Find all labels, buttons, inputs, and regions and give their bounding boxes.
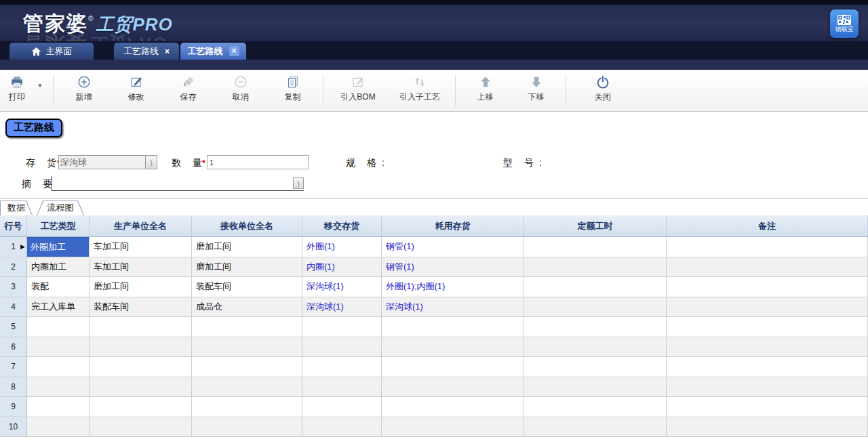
- inventory-input[interactable]: [59, 156, 145, 169]
- table-cell[interactable]: [302, 317, 382, 337]
- table-cell[interactable]: [524, 357, 667, 377]
- add-button[interactable]: 新增: [58, 70, 110, 111]
- table-cell[interactable]: 外圈(1);内圈(1): [382, 277, 524, 297]
- table-cell[interactable]: [90, 397, 192, 417]
- lookup-icon[interactable]: ): [145, 156, 157, 169]
- edit-button[interactable]: 修改: [110, 70, 162, 111]
- table-cell[interactable]: 成品仓: [192, 297, 302, 318]
- table-cell[interactable]: 磨加工间: [192, 257, 302, 278]
- row-number-cell[interactable]: 3: [0, 277, 27, 297]
- table-cell[interactable]: [667, 417, 868, 438]
- table-cell[interactable]: [27, 397, 90, 417]
- table-cell[interactable]: [90, 357, 192, 377]
- table-cell[interactable]: 装配: [27, 277, 90, 297]
- table-cell[interactable]: 外圈加工: [27, 237, 90, 257]
- move-up-button[interactable]: 上移: [460, 70, 511, 111]
- table-cell[interactable]: [524, 277, 667, 297]
- table-cell[interactable]: [90, 377, 192, 398]
- table-cell[interactable]: [667, 397, 868, 417]
- table-cell[interactable]: [524, 337, 667, 358]
- table-cell[interactable]: [524, 257, 667, 278]
- table-cell[interactable]: [667, 237, 868, 257]
- lookup-icon[interactable]: ): [293, 177, 304, 189]
- table-cell[interactable]: 深沟球(1): [302, 277, 382, 297]
- table-cell[interactable]: [524, 397, 667, 417]
- table-cell[interactable]: [382, 337, 524, 358]
- quantity-input[interactable]: [208, 156, 308, 169]
- table-cell[interactable]: [667, 377, 868, 398]
- table-cell[interactable]: 深沟球(1): [382, 297, 524, 318]
- table-cell[interactable]: 钢管(1): [382, 257, 524, 278]
- table-cell[interactable]: [27, 317, 90, 337]
- subtab-flowchart[interactable]: 流程图: [37, 201, 84, 215]
- table-cell[interactable]: [302, 417, 382, 438]
- table-cell[interactable]: [524, 377, 667, 398]
- close-button[interactable]: 关闭: [570, 70, 635, 111]
- table-cell[interactable]: [667, 317, 868, 337]
- table-cell[interactable]: 内圈加工: [27, 257, 90, 278]
- table-cell[interactable]: [192, 337, 302, 358]
- table-cell[interactable]: [192, 317, 302, 337]
- table-cell[interactable]: [382, 417, 524, 438]
- print-button[interactable]: 打印: [3, 70, 31, 111]
- table-cell[interactable]: 外圈(1): [302, 237, 382, 257]
- table-cell[interactable]: 内圈(1): [302, 257, 382, 278]
- table-cell[interactable]: [382, 377, 524, 398]
- table-cell[interactable]: [27, 337, 90, 358]
- table-cell[interactable]: 车加工间: [90, 237, 192, 257]
- row-number-cell[interactable]: 2: [0, 257, 27, 278]
- table-cell[interactable]: [302, 357, 382, 377]
- save-button[interactable]: 保存: [162, 70, 214, 111]
- table-cell[interactable]: 装配车间: [192, 277, 302, 297]
- tab-main-screen[interactable]: 主界面: [9, 43, 94, 60]
- summary-input[interactable]: [52, 179, 293, 190]
- table-cell[interactable]: [192, 377, 302, 398]
- table-cell[interactable]: 钢管(1): [382, 237, 524, 257]
- print-dropdown-arrow[interactable]: ▼: [31, 70, 49, 111]
- tab-process-route-2-active[interactable]: 工艺路线 ×: [180, 43, 246, 60]
- table-cell[interactable]: 磨加工间: [90, 277, 192, 297]
- table-cell[interactable]: [90, 337, 192, 358]
- table-cell[interactable]: [524, 317, 667, 337]
- table-cell[interactable]: [524, 417, 667, 438]
- row-number-cell[interactable]: 9: [0, 397, 27, 417]
- table-cell[interactable]: [27, 377, 90, 398]
- table-cell[interactable]: [90, 317, 192, 337]
- subtab-data[interactable]: 数据: [0, 201, 33, 215]
- row-number-cell[interactable]: 6: [0, 337, 27, 358]
- table-cell[interactable]: [667, 257, 868, 278]
- row-number-cell[interactable]: 4: [0, 297, 27, 318]
- row-number-cell[interactable]: 7: [0, 357, 27, 377]
- close-tab-icon[interactable]: ×: [165, 47, 170, 56]
- table-cell[interactable]: [302, 397, 382, 417]
- table-cell[interactable]: 完工入库单: [27, 297, 90, 318]
- row-number-cell[interactable]: 10: [0, 417, 27, 438]
- table-cell[interactable]: 装配车间: [90, 297, 192, 318]
- table-cell[interactable]: [302, 377, 382, 398]
- row-number-cell[interactable]: 1▶: [0, 237, 27, 257]
- table-cell[interactable]: [27, 417, 90, 438]
- move-down-button[interactable]: 下移: [511, 70, 561, 111]
- close-tab-icon[interactable]: ×: [229, 46, 239, 56]
- cancel-button[interactable]: 取消: [214, 70, 267, 111]
- table-cell[interactable]: [667, 297, 868, 318]
- table-cell[interactable]: [192, 417, 302, 438]
- table-cell[interactable]: [667, 337, 868, 358]
- table-cell[interactable]: 深沟球(1): [302, 297, 382, 318]
- table-cell[interactable]: [667, 357, 868, 377]
- table-cell[interactable]: [382, 397, 524, 417]
- table-cell[interactable]: [27, 357, 90, 377]
- table-cell[interactable]: [192, 397, 302, 417]
- table-cell[interactable]: [192, 357, 302, 377]
- row-number-cell[interactable]: 5: [0, 317, 27, 337]
- iot-treasure-button[interactable]: 物联宝: [830, 9, 859, 38]
- tab-process-route-1[interactable]: 工艺路线 ×: [114, 43, 179, 60]
- copy-button[interactable]: 复制: [267, 70, 319, 111]
- import-bom-button[interactable]: 引入BOM: [328, 70, 389, 111]
- table-cell[interactable]: [90, 417, 192, 438]
- table-cell[interactable]: 磨加工间: [192, 237, 302, 257]
- row-number-cell[interactable]: 8: [0, 377, 27, 398]
- table-cell[interactable]: [302, 337, 382, 358]
- table-cell[interactable]: [667, 277, 868, 297]
- table-cell[interactable]: [382, 317, 524, 337]
